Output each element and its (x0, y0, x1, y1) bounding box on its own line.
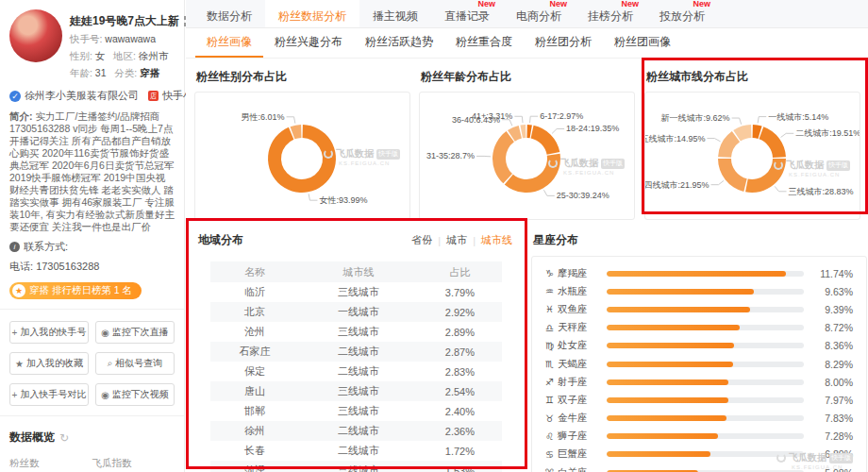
region-title: 地域分布 (198, 232, 243, 248)
zodiac-row-6: ♐射手座8.00% (545, 373, 853, 391)
sub-nav-tab-2[interactable]: 粉丝活跃趋势 (354, 28, 444, 58)
stat-1: 飞瓜指数962.8 (92, 457, 175, 472)
donut-segment[interactable] (505, 154, 560, 193)
top-nav-tab-1[interactable]: 粉丝数据分析 (265, 0, 359, 27)
info-icon: i (9, 242, 20, 252)
contact-row: i 联系方式: (9, 240, 175, 254)
verification-row: ✓ 徐州李小美服装有限公司 店 快手小店 (9, 89, 175, 103)
bar-fill (607, 433, 718, 439)
bar-fill (607, 307, 750, 312)
bar-fill (607, 379, 728, 385)
separator: | (438, 235, 441, 246)
button-icon: ◉ (101, 328, 109, 338)
zodiac-percent: 6.80% (813, 448, 853, 460)
action-button-4[interactable]: +加入快手号对比 (9, 383, 89, 406)
donut-segment[interactable] (759, 126, 785, 158)
sub-nav-tab-4[interactable]: 粉丝团分析 (524, 28, 603, 58)
action-button-3[interactable]: ⌕相似号查询 (95, 352, 175, 375)
donut-label: 6-17:2.97% (540, 111, 583, 121)
donut-segment[interactable] (526, 125, 531, 138)
top-nav: 数据分析粉丝数据分析播主视频New直播记录New电商分析New挂榜分析New投放… (186, 0, 868, 28)
bar-track (607, 307, 804, 312)
action-button-2[interactable]: ★加入我的收藏 (9, 352, 89, 375)
bar-fill (607, 325, 740, 330)
zodiac-percent: 7.83% (813, 413, 853, 424)
donut-segment[interactable] (718, 131, 740, 158)
zodiac-label: 白羊座 (558, 466, 601, 472)
region-filter-0[interactable]: 省份 (411, 233, 432, 247)
zodiac-icon: ♉ (545, 413, 558, 424)
donut-label: 五线城市:14.95% (645, 134, 705, 143)
donut-segment[interactable] (745, 159, 786, 193)
city-tier-chart-card: 一线城市:5.14%二线城市:19.51%三线城市:28.83%四线城市:21.… (644, 92, 860, 220)
kuaishou-id-line: 快手号: wawawawa (70, 33, 194, 46)
zodiac-row-2: ♓双鱼座9.39% (545, 300, 853, 318)
new-badge: New (477, 0, 495, 8)
zodiac-label: 水瓶座 (558, 285, 601, 298)
company-name: 徐州李小美服装有限公司 (25, 89, 139, 103)
zodiac-icon: ♒ (545, 286, 558, 296)
donut-label: 18-24:19.35% (566, 124, 619, 133)
zodiac-row-0: ♑摩羯座11.74% (545, 264, 853, 282)
table-row: 北京一线城市2.92% (210, 302, 502, 322)
divider (0, 309, 184, 310)
donut-label: 一线城市:5.14% (768, 112, 828, 122)
zodiac-row-7: ♊双子座7.97% (545, 391, 853, 409)
rank-badge[interactable]: ★ 穿搭 排行榜日榜第 1 名 (9, 282, 142, 299)
top-nav-tab-5[interactable]: New挂榜分析 (575, 0, 646, 27)
zodiac-percent: 9.63% (813, 286, 853, 297)
stats-grid: 粉丝数2402.3w飞瓜指数962.8作品数777带货指数 i1635.7 (9, 457, 175, 472)
zodiac-label: 天秤座 (558, 321, 601, 334)
table-row: 徐州二线城市2.36% (210, 421, 502, 441)
overview-title: 数据概览 ↻ (9, 430, 175, 446)
bar-track (607, 397, 804, 403)
zodiac-percent: 7.28% (813, 430, 853, 442)
top-nav-tab-0[interactable]: 数据分析 (193, 0, 265, 27)
donut-segment[interactable] (268, 125, 336, 193)
sub-nav-tab-3[interactable]: 粉丝重合度 (444, 28, 524, 58)
profile-sidebar: 娃娃19号晚7点大上新 快手号: wawawawa 性别: 女 地区: 徐州市 … (0, 0, 185, 472)
age-chart-title: 粉丝年龄分布占比 (421, 69, 635, 85)
top-nav-tab-3[interactable]: New直播记录 (431, 0, 503, 27)
zodiac-label: 处女座 (558, 339, 601, 352)
top-nav-tab-6[interactable]: New投放分析 (646, 0, 718, 27)
sub-nav-tab-0[interactable]: 粉丝画像 (195, 28, 263, 58)
bar-track (607, 271, 804, 277)
bar-track (607, 415, 804, 421)
zodiac-label: 双子座 (558, 394, 601, 407)
zodiac-label: 金牛座 (558, 412, 601, 425)
refresh-icon[interactable]: ↻ (59, 431, 69, 445)
region-filter-1[interactable]: 城市 (446, 233, 467, 247)
region-table-header: 名称城市线占比 (210, 261, 502, 282)
zodiac-icon: ♍ (545, 341, 558, 351)
donut-label: 新一线城市:9.62% (661, 113, 730, 123)
zodiac-row-3: ♎天秤座8.72% (545, 319, 853, 337)
table-row: 长春二线城市1.72% (210, 441, 502, 461)
bar-fill (607, 415, 726, 421)
action-button-5[interactable]: ◉监控下次视频 (95, 383, 175, 406)
sub-nav-tab-5[interactable]: 粉丝团画像 (603, 28, 682, 58)
table-row: 邯郸三线城市2.40% (210, 401, 502, 421)
table-row: 石家庄二线城市2.87% (210, 342, 502, 362)
action-button-0[interactable]: +加入我的快手号 (9, 321, 89, 344)
region-table: 名称城市线占比 临沂三线城市3.79%北京一线城市2.92%沧州三线城市2.89… (210, 261, 502, 472)
donut-segment[interactable] (718, 159, 747, 192)
bar-track (607, 289, 804, 295)
top-nav-tab-2[interactable]: 播主视频 (359, 0, 431, 27)
top-nav-tab-4[interactable]: New电商分析 (503, 0, 575, 27)
action-button-1[interactable]: ◉监控下次直播 (95, 321, 175, 344)
avatar[interactable] (9, 9, 62, 62)
kuaishou-id: wawawawa (105, 33, 156, 44)
bar-fill (607, 362, 733, 367)
zodiac-percent: 8.00% (813, 377, 853, 388)
sub-nav-tab-1[interactable]: 粉丝兴趣分布 (263, 28, 354, 58)
zodiac-icon: ♎ (545, 323, 558, 333)
zodiac-section: 星座分布 ♑摩羯座11.74%♒水瓶座9.63%♓双鱼座9.39%♎天秤座8.7… (531, 222, 867, 472)
region-distribution-panel: 地域分布 省份|城市|城市线 名称城市线占比 临沂三线城市3.79%北京一线城市… (187, 222, 526, 472)
donut-label: 男性:6.01% (242, 112, 285, 122)
donut-segment[interactable] (492, 131, 514, 183)
region-filter-2[interactable]: 城市线 (481, 233, 512, 247)
bar-track (607, 379, 804, 385)
donut-label: 四线城市:21.95% (645, 180, 709, 190)
gender-chart-card: 女性:93.99%男性:6.01% 飞瓜数据快手版 KS.FEIGUA.CN (194, 92, 410, 220)
